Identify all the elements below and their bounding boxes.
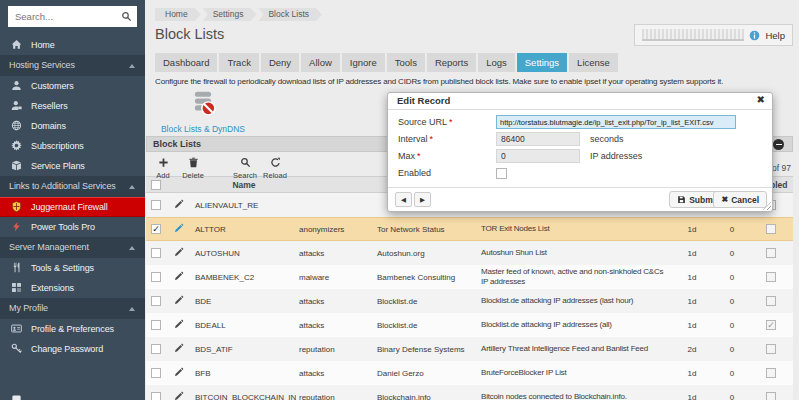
row-checkbox[interactable] [151, 344, 161, 354]
reload-button[interactable]: Reload [260, 154, 290, 180]
row-checkbox[interactable] [151, 200, 161, 210]
cell-description: Artillery Threat Intelligence Feed and B… [478, 342, 669, 356]
source-url-label: Source URL [398, 117, 447, 127]
dialog-title: Edit Record [388, 93, 772, 109]
edit-pencil-icon[interactable] [174, 295, 184, 307]
cell-description: Bitcoin nodes connected to Blockchain.in… [478, 390, 669, 400]
edit-pencil-icon[interactable] [174, 391, 184, 400]
breadcrumb: HomeSettingsBlock Lists [155, 8, 324, 21]
table-row-bde[interactable]: BDEattacksBlocklist.deBlocklist.de attac… [146, 289, 793, 313]
breadcrumb-block-lists[interactable]: Block Lists [258, 8, 322, 21]
close-icon[interactable]: ✖ [757, 94, 765, 105]
sidebar-section-hosting-services[interactable]: Hosting Services [0, 55, 145, 76]
tab-ignore[interactable]: Ignore [342, 53, 385, 72]
dialog-header[interactable]: Edit Record ✖ [388, 93, 772, 110]
cell-interval: 1d [669, 223, 715, 236]
previous-record-button[interactable]: ◀ [395, 192, 412, 207]
sidebar-item-juggernaut-firewall[interactable]: Juggernaut Firewall [0, 197, 145, 217]
tab-settings[interactable]: Settings [517, 53, 567, 72]
breadcrumb-home[interactable]: Home [155, 8, 201, 21]
cell-source: Blocklist.de [374, 295, 478, 308]
enabled-checkbox[interactable] [766, 224, 776, 234]
sidebar-item-tools-settings[interactable]: Tools & Settings [0, 258, 145, 278]
tab-dashboard[interactable]: Dashboard [155, 53, 217, 72]
edit-pencil-icon[interactable] [174, 367, 184, 379]
sidebar-section-links-to-additional-services[interactable]: Links to Additional Services [0, 176, 145, 197]
enabled-checkbox[interactable] [496, 168, 507, 179]
sidebar-item-resellers[interactable]: Resellers [0, 96, 145, 116]
breadcrumb-settings[interactable]: Settings [203, 8, 257, 21]
enabled-checkbox[interactable] [766, 296, 776, 306]
tab-license[interactable]: License [569, 53, 618, 72]
tab-reports[interactable]: Reports [427, 53, 476, 72]
edit-pencil-icon[interactable] [174, 223, 184, 235]
cell-name: ALIENVAULT_RE [192, 199, 296, 212]
sidebar-item-service-plans[interactable]: Service Plans [0, 156, 145, 176]
row-checkbox[interactable] [151, 320, 161, 330]
sidebar-item-profile-preferences[interactable]: Profile & Preferences [0, 319, 145, 339]
table-row-bdeall[interactable]: BDEALLattacksBlocklist.deBlocklist.de at… [146, 313, 793, 337]
enabled-checkbox[interactable] [766, 344, 776, 354]
source-url-field[interactable] [496, 115, 736, 129]
sidebar-section-server-management[interactable]: Server Management [0, 237, 145, 258]
row-checkbox[interactable] [151, 392, 161, 400]
sidebar-section-my-profile[interactable]: My Profile [0, 298, 145, 319]
tab-track[interactable]: Track [219, 53, 258, 72]
table-row-bambenek-c2[interactable]: BAMBENEK_C2malwareBambenek ConsultingMas… [146, 265, 793, 289]
row-checkbox[interactable] [151, 272, 161, 282]
row-checkbox[interactable] [151, 368, 161, 378]
next-record-button[interactable]: ▶ [414, 192, 431, 207]
row-checkbox[interactable] [151, 224, 161, 234]
delete-button[interactable]: Delete [178, 154, 208, 180]
col-name[interactable]: Name [192, 180, 296, 190]
select-all-checkbox[interactable] [151, 180, 161, 190]
enabled-checkbox[interactable] [766, 320, 776, 330]
sidebar-search [8, 6, 137, 27]
sidebar-item-change-password[interactable]: Change Password [0, 339, 145, 359]
enabled-checkbox[interactable] [766, 272, 776, 282]
cell-interval: 1d [669, 391, 715, 400]
enabled-checkbox[interactable] [766, 392, 776, 400]
edit-pencil-icon[interactable] [174, 247, 184, 259]
row-checkbox[interactable] [151, 248, 161, 258]
shortcut-block-lists-dyndns[interactable]: Block Lists & DynDNS [155, 90, 251, 134]
sidebar-item-customers[interactable]: Customers [0, 76, 145, 96]
row-checkbox[interactable] [151, 296, 161, 306]
plus-icon [158, 157, 169, 168]
sidebar-item-domains[interactable]: Domains [0, 116, 145, 136]
edit-pencil-icon[interactable] [174, 271, 184, 283]
interval-field[interactable] [496, 132, 580, 146]
max-field[interactable] [496, 149, 580, 163]
table-row-bitcoin-blockchain-info[interactable]: BITCOIN_BLOCKCHAIN_INFOreputationBlockch… [146, 385, 793, 400]
sidebar-item-partial[interactable] [0, 390, 145, 400]
table-row-bfb[interactable]: BFBattacksDaniel GerzoBruteForceBlocker … [146, 361, 793, 385]
tab-logs[interactable]: Logs [478, 53, 515, 72]
tab-deny[interactable]: Deny [261, 53, 299, 72]
edit-pencil-icon[interactable] [174, 199, 184, 211]
sidebar-item-power-tools-pro[interactable]: Power Tools Pro [0, 217, 145, 237]
table-row-autoshun[interactable]: AUTOSHUNattacksAutoshun.orgAutoshun Shun… [146, 241, 793, 265]
sidebar-item-home[interactable]: Home [0, 35, 145, 55]
search-input[interactable] [8, 6, 137, 27]
table-row-bds-atif[interactable]: BDS_ATIFreputationBinary Defense Systems… [146, 337, 793, 361]
edit-pencil-icon[interactable] [174, 343, 184, 355]
enabled-checkbox[interactable] [766, 368, 776, 378]
app-icon [11, 394, 22, 400]
add-button[interactable]: Add [148, 154, 178, 180]
sidebar-item-extensions[interactable]: Extensions [0, 278, 145, 298]
tab-allow[interactable]: Allow [301, 53, 340, 72]
cell-source: Autoshun.org [374, 247, 478, 260]
collapse-panel-button[interactable] [773, 139, 784, 150]
help-button[interactable]: Help [634, 24, 793, 46]
enabled-checkbox[interactable] [766, 248, 776, 258]
edit-pencil-icon[interactable] [174, 319, 184, 331]
search-button[interactable]: Search [230, 154, 260, 180]
sidebar-item-subscriptions[interactable]: Subscriptions [0, 136, 145, 156]
table-row-alttor[interactable]: ALTTORanonymizersTor Network StatusTOR E… [146, 217, 793, 241]
cancel-button[interactable]: ✖ Cancel [713, 191, 767, 208]
id-card-icon [11, 323, 22, 334]
blocks-icon [11, 282, 22, 293]
user-icon [11, 80, 22, 91]
tab-tools[interactable]: Tools [387, 53, 425, 72]
max-suffix: IP addresses [590, 151, 642, 161]
